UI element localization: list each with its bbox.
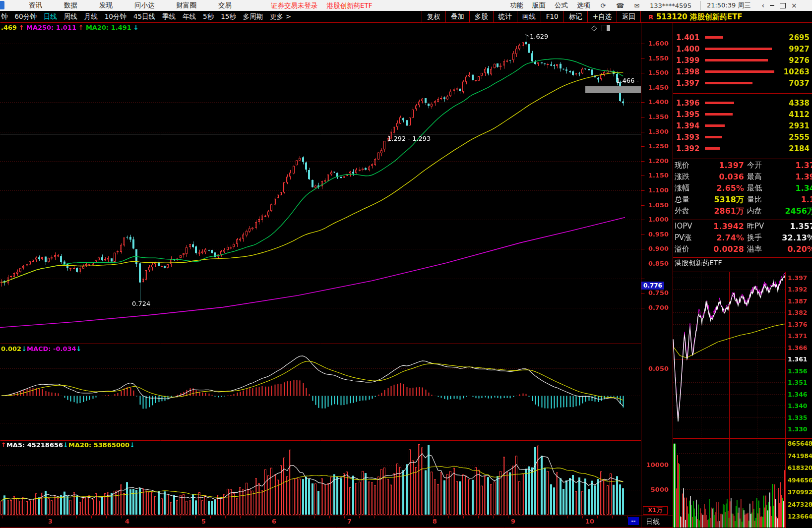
intraday-volume-label-1: 741984 [788,453,812,460]
top-menu-item-0[interactable]: 资讯 [29,1,42,10]
top-menu-item-5[interactable]: 交易 [218,1,232,10]
price-axis-label-2: 1.500 [641,69,669,76]
period-item-6[interactable]: 季线 [162,12,176,21]
order-volume-bar [705,59,768,61]
period-item-10[interactable]: 多周期 [243,12,263,21]
indicator-label-2: MA20: 1.491 [86,24,131,31]
price-axis-label-12: 1.000 [641,216,669,223]
period-item-8[interactable]: 5秒 [203,12,214,21]
period-item-1[interactable]: 日线 [44,12,57,21]
quote-key: 涨跌 [675,172,689,181]
tool-item-2[interactable]: 多股 [469,11,493,22]
range-line-annotation: 1.292 - 1.293 [387,135,431,142]
lead-arrow: ↑ [1,441,6,449]
period-item-2[interactable]: 周线 [64,12,77,21]
month-label-0: 3 [48,518,53,525]
order-price: 1.395 [676,110,699,119]
account-number[interactable]: 133****4595 [650,2,691,9]
quote-key: IOPV [675,222,692,231]
intraday-volume-label-2: 618320 [788,465,812,471]
top-menu-item-2[interactable]: 发现 [99,1,113,10]
refresh-icon[interactable]: ⟳ [599,2,607,9]
macd-indicator-labels: 0.002↓MACD: -0.034↓ [1,345,82,352]
period-axis-label[interactable]: 日线 [646,518,660,527]
phone-icon[interactable]: ☎ [616,2,624,9]
menu-options[interactable]: 选项 [577,1,590,10]
period-item-5[interactable]: 45日线 [133,12,155,21]
quote-value: 0.0028 [692,244,744,254]
bid-row-1[interactable]: 1.3954112 [673,109,812,120]
tool-item-5[interactable]: F10 [541,11,563,22]
order-volume: 9927 [789,45,810,54]
menu-function[interactable]: 功能 [510,1,523,10]
tool-item-6[interactable]: 标记 [563,11,587,22]
ask-row-3[interactable]: 1.39810263 [673,66,812,77]
back-icon[interactable]: ‹ [761,0,764,11]
login-alert[interactable]: 证券交易未登录港股创新药ETF [271,1,373,10]
price-axis-label-0: 1.600 [641,40,669,47]
quote-key: PV涨 [675,233,691,242]
order-volume-bar [705,124,725,127]
period-item-4[interactable]: 10分钟 [105,12,126,21]
pullback-price-annotation: 1.466 - [616,77,639,84]
order-volume-bar [705,136,722,138]
panel-split-icon[interactable] [602,25,610,31]
chart-control-icons: ◇ [591,23,610,32]
scroll-gap-box[interactable]: -- [628,517,639,525]
intraday-price-label-8: 1.356 [788,367,811,375]
quote-key: 总量 [675,195,689,204]
order-price: 1.394 [676,121,699,130]
period-item-9[interactable]: 15秒 [221,12,236,21]
order-price: 1.393 [676,133,699,142]
period-item-0[interactable]: 60分钟 [15,12,37,21]
order-volume: 4112 [789,110,810,119]
period-item-3[interactable]: 月线 [84,12,98,21]
stock-code: 513120 [656,12,687,21]
quote-value: 1.397 [692,161,744,170]
r-marker: R [648,13,653,21]
tool-item-4[interactable]: 画线 [517,11,541,22]
tool-item-7[interactable]: +自选 [587,11,617,22]
bid-row-0[interactable]: 1.3964338 [673,97,812,109]
bid-row-4[interactable]: 1.3922184 [673,143,812,154]
menu-formula[interactable]: 公式 [555,1,568,10]
top-menu-item-1[interactable]: 数据 [64,1,77,10]
order-volume: 2695 [789,33,810,42]
tool-item-3[interactable]: 统计 [493,11,517,22]
ask-row-1[interactable]: 1.4009927 [673,43,812,55]
tool-item-1[interactable]: 叠加 [445,11,469,22]
tool-item-0[interactable]: 复权 [422,11,445,22]
close-icon[interactable]: × [791,0,797,11]
order-volume-bar [705,102,734,104]
mail-icon[interactable]: ✉ [633,2,641,9]
ask-row-0[interactable]: 1.4012695 [673,32,812,43]
tool-item-8[interactable]: 返回 [617,11,641,22]
top-menu-item-4[interactable]: 财富圈 [177,1,197,10]
diamond-icon[interactable]: ◇ [591,23,597,32]
order-volume: 2555 [789,133,810,142]
order-volume: 2184 [789,144,810,153]
top-menu-item-3[interactable]: 问小达 [134,1,155,10]
order-price: 1.401 [676,33,699,42]
order-volume: 4338 [789,99,810,108]
indicator-arrow-0: ↑ [19,24,24,31]
order-price: 1.396 [676,99,699,108]
macd-axis-label: 0.050 [641,365,669,372]
minimize-icon[interactable] [770,5,774,6]
restore-icon[interactable] [780,3,786,8]
period-item-11[interactable]: 更多 > [270,12,291,21]
quote-value: 1.37 [768,161,812,170]
quote-row2-2: 溢价0.0028溢率0.20% [673,244,812,256]
ask-row-4[interactable]: 1.3977037 [673,77,812,89]
ask-row-2[interactable]: 1.3999276 [673,55,812,66]
period-item-7[interactable]: 年线 [183,12,196,21]
ma-indicator-labels: .469↑MA250: 1.011↑MA20: 1.491↓ [1,24,141,31]
intraday-price-label-12: 1.335 [788,414,811,421]
bid-row-2[interactable]: 1.3942931 [673,120,812,131]
quote-value: 1.357 [768,222,812,231]
quote-row2-1: PV涨2.74%换手32.13% [673,233,812,244]
intraday-chart-title: 港股创新药ETF [675,259,722,268]
menu-layout[interactable]: 版面 [532,1,546,10]
bid-row-3[interactable]: 1.3932555 [673,131,812,143]
price-axis-label-10: 1.100 [641,186,669,194]
